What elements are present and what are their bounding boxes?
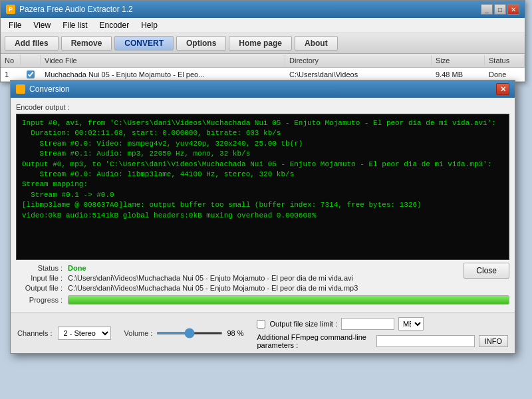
menu-file[interactable]: File — [3, 19, 27, 31]
output-size-limit-row: Output file size limit : MB — [257, 317, 508, 331]
right-options: Output file size limit : MB Additional F… — [257, 317, 508, 349]
progress-row: Progress : — [16, 295, 509, 305]
output-file-row: Output file : C:\Users\dani\Videos\Mucha… — [16, 284, 509, 292]
title-controls: _ □ ✕ — [481, 4, 519, 15]
volume-slider[interactable] — [156, 332, 223, 334]
status-label: Status : — [16, 264, 63, 272]
maximize-button[interactable]: □ — [494, 4, 506, 15]
row-no: 1 — [1, 69, 21, 80]
status-and-close-area: Status : Done Input file : C:\Users\dani… — [16, 260, 509, 307]
channels-option: Channels : 1 - Mono 2 - Stereo — [17, 327, 111, 340]
volume-label: Volume : — [124, 329, 153, 337]
dialog-body: Encoder output : Input #0, avi, from 'C:… — [11, 98, 515, 313]
bottom-options-bar: Channels : 1 - Mono 2 - Stereo Volume : … — [11, 313, 515, 353]
remove-button[interactable]: Remove — [61, 36, 112, 51]
mb-select[interactable]: MB — [398, 317, 424, 331]
output-size-limit-input[interactable] — [341, 318, 394, 330]
input-file-label: Input file : — [16, 274, 63, 282]
dialog-title: Conversion — [29, 84, 70, 94]
ffmpeg-input[interactable] — [376, 335, 475, 347]
channels-select[interactable]: 1 - Mono 2 - Stereo — [58, 327, 111, 340]
dialog-close-x-button[interactable]: ✕ — [496, 83, 509, 95]
about-button[interactable]: About — [295, 36, 338, 51]
ffmpeg-label: Additional FFmpeg command-line parameter… — [257, 333, 372, 349]
file-list-header: No Video File Directory Size Status — [1, 54, 525, 68]
status-value: Done — [68, 264, 86, 272]
toolbar: Add files Remove CONVERT Options Home pa… — [1, 33, 525, 54]
progress-bar-container — [68, 295, 509, 305]
output-file-value: C:\Users\dani\Videos\Muchachada Nui 05 -… — [68, 284, 358, 292]
close-dialog-button[interactable]: Close — [464, 263, 509, 279]
header-no: No — [1, 55, 21, 66]
input-file-value: C:\Users\dani\Videos\Muchachada Nui 05 -… — [68, 274, 353, 282]
encoder-output-pre: Input #0, avi, from 'C:\Users\dani\Video… — [22, 118, 503, 221]
encoder-output-label: Encoder output : — [16, 103, 509, 111]
channels-label: Channels : — [17, 329, 53, 337]
options-button[interactable]: Options — [176, 36, 226, 51]
app-icon: P — [6, 5, 15, 14]
row-directory: C:\Users\dani\Videos — [285, 69, 432, 80]
header-size: Size — [432, 55, 485, 66]
encoder-output-text: Input #0, avi, from 'C:\Users\dani\Video… — [16, 114, 509, 260]
dialog-title-bar: Conversion ✕ — [11, 80, 515, 98]
input-file-row: Input file : C:\Users\dani\Videos\Muchac… — [16, 274, 509, 282]
row-videofile: Muchachada Nui 05 - Enjuto Mojamuto - El… — [41, 69, 285, 80]
table-row: 1 Muchachada Nui 05 - Enjuto Mojamuto - … — [1, 68, 525, 81]
row-checkbox-cell[interactable] — [21, 69, 41, 80]
menu-help[interactable]: Help — [136, 19, 163, 31]
ffmpeg-params-row: Additional FFmpeg command-line parameter… — [257, 333, 508, 349]
header-videofile: Video File — [41, 55, 285, 66]
close-button-area: Close — [464, 263, 509, 279]
volume-value: 98 % — [227, 329, 243, 337]
menu-encoder[interactable]: Encoder — [94, 19, 134, 31]
convert-button[interactable]: CONVERT — [114, 36, 174, 51]
main-title-bar: P Pazera Free Audio Extractor 1.2 _ □ ✕ — [1, 1, 525, 18]
main-window-title: Pazera Free Audio Extractor 1.2 — [19, 5, 133, 14]
main-window: P Pazera Free Audio Extractor 1.2 _ □ ✕ … — [0, 0, 525, 82]
status-area: Status : Done Input file : C:\Users\dani… — [16, 260, 509, 307]
progress-label: Progress : — [16, 296, 63, 304]
dialog-title-left: Conversion — [16, 84, 70, 94]
volume-option: Volume : 98 % — [124, 329, 244, 337]
dialog-app-icon — [16, 84, 25, 94]
progress-bar-fill — [68, 296, 509, 304]
menu-view[interactable]: View — [28, 19, 56, 31]
info-button[interactable]: INFO — [479, 335, 508, 347]
menu-bar: File View File list Encoder Help — [1, 18, 525, 33]
output-size-limit-checkbox[interactable] — [257, 320, 265, 329]
header-directory: Directory — [285, 55, 432, 66]
row-status: Done — [485, 69, 525, 80]
row-checkbox[interactable] — [27, 70, 35, 78]
header-checkbox — [21, 55, 41, 66]
conversion-dialog: Conversion ✕ Encoder output : Input #0, … — [10, 80, 515, 354]
output-size-limit-label: Output file size limit : — [269, 320, 336, 328]
status-row: Status : Done — [16, 264, 509, 272]
add-files-button[interactable]: Add files — [5, 36, 59, 51]
minimize-button[interactable]: _ — [481, 4, 493, 15]
menu-filelist[interactable]: File list — [57, 19, 92, 31]
row-size: 9.48 MB — [432, 69, 485, 80]
file-list-area: No Video File Directory Size Status 1 Mu… — [1, 54, 525, 82]
close-button[interactable]: ✕ — [507, 4, 519, 15]
homepage-button[interactable]: Home page — [229, 36, 292, 51]
title-bar-left: P Pazera Free Audio Extractor 1.2 — [6, 5, 133, 14]
output-file-label: Output file : — [16, 284, 63, 292]
header-status: Status — [485, 55, 525, 66]
